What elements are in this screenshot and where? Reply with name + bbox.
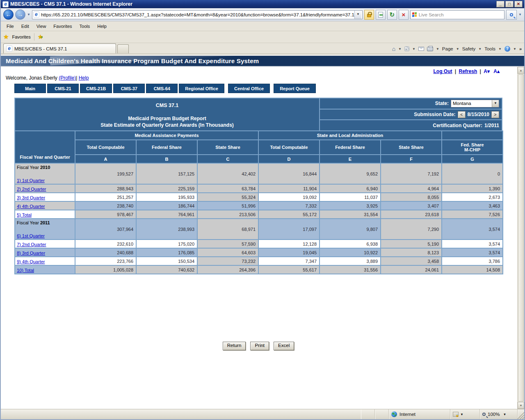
safety-dropdown-icon[interactable]: ▼ bbox=[478, 47, 482, 51]
page-menu-button[interactable]: Page bbox=[442, 46, 453, 51]
quarter-link[interactable]: 10) Total bbox=[17, 268, 34, 273]
col-header-state-share-c: State Share bbox=[197, 140, 258, 155]
compatibility-view-button[interactable] bbox=[376, 10, 386, 20]
security-lock-button[interactable] bbox=[364, 10, 374, 20]
help-link[interactable]: Help bbox=[79, 75, 89, 81]
tab-main[interactable]: Main bbox=[14, 84, 46, 93]
font-smaller-button[interactable]: A▾ bbox=[484, 68, 490, 74]
menu-favorites[interactable]: Favorites bbox=[50, 23, 75, 30]
quarter-link[interactable]: 2) 2nd Quarter bbox=[17, 187, 46, 192]
col-header-federal-share-b: Federal Share bbox=[136, 140, 197, 155]
group-header-medical-assistance: Medical Assistance Payments bbox=[75, 131, 258, 140]
menu-help[interactable]: Help bbox=[94, 23, 110, 30]
new-tab-button[interactable] bbox=[117, 44, 129, 53]
quarter-link[interactable]: 8) 3rd Quarter bbox=[17, 251, 45, 256]
value-cell-A: 199,527 bbox=[75, 163, 136, 184]
quarter-link[interactable]: 7) 2nd Quarter bbox=[17, 242, 46, 247]
menu-file[interactable]: File bbox=[3, 23, 17, 30]
more-commands-chevron[interactable]: » bbox=[519, 46, 522, 51]
fiscal-year-quarter-header: Fiscal Year and Quarter bbox=[15, 131, 75, 163]
mail-icon[interactable] bbox=[418, 47, 424, 51]
resize-grip[interactable] bbox=[518, 409, 524, 419]
quarter-link[interactable]: 4) 4th Quarter bbox=[17, 204, 45, 209]
safety-menu-button[interactable]: Safety bbox=[462, 46, 476, 51]
tab-cms-64[interactable]: CMS-64 bbox=[146, 84, 178, 93]
print-dropdown-icon[interactable]: ▼ bbox=[436, 47, 439, 51]
excel-button[interactable]: Excel bbox=[274, 342, 294, 350]
window-title: MBES/CBES - CMS 37.1 - Windows Internet … bbox=[10, 1, 496, 7]
value-cell-E: 6,938 bbox=[320, 240, 381, 248]
address-input[interactable]: e https://65.220.21.10/MBESCBES/CMS37/CM… bbox=[32, 10, 363, 19]
font-larger-button[interactable]: A▴ bbox=[493, 68, 500, 74]
tab-cms-21b[interactable]: CMS-21B bbox=[80, 84, 112, 93]
refresh-link[interactable]: Refresh bbox=[459, 68, 477, 74]
tab-central-office[interactable]: Central Office bbox=[228, 84, 270, 93]
help-dropdown-icon[interactable]: ▼ bbox=[513, 47, 516, 51]
submission-prev-button[interactable]: < bbox=[458, 111, 466, 118]
return-button[interactable]: Return bbox=[223, 342, 246, 350]
quarter-link[interactable]: 1) 1st Quarter bbox=[17, 178, 45, 183]
help-icon[interactable]: ? bbox=[504, 46, 510, 52]
menu-tools[interactable]: Tools bbox=[76, 23, 94, 30]
add-favorite-icon[interactable]: ★ bbox=[38, 33, 43, 41]
row-label-cell: 7) 2nd Quarter bbox=[15, 240, 75, 248]
chevron-down-icon[interactable]: ▼ bbox=[492, 100, 499, 107]
tools-dropdown-icon[interactable]: ▼ bbox=[498, 47, 502, 51]
refresh-icon: ↻ bbox=[390, 11, 395, 18]
refresh-button[interactable]: ↻ bbox=[387, 10, 397, 20]
value-cell-B: 740,632 bbox=[136, 265, 197, 274]
minimize-button[interactable]: _ bbox=[496, 1, 504, 7]
tab-cms-37[interactable]: CMS-37 bbox=[113, 84, 145, 93]
value-cell-C: 264,396 bbox=[197, 265, 258, 274]
zoom-dropdown-icon[interactable]: ▼ bbox=[503, 413, 506, 416]
rss-feed-icon[interactable] bbox=[404, 46, 409, 51]
page-dropdown-icon[interactable]: ▼ bbox=[456, 47, 459, 51]
scrollbar-thumb[interactable] bbox=[518, 74, 524, 402]
quarter-link[interactable]: 3) 3rd Quarter bbox=[17, 195, 45, 200]
quarter-link[interactable]: 5) Total bbox=[17, 212, 32, 217]
submission-next-button[interactable]: > bbox=[491, 111, 499, 118]
history-dropdown-icon[interactable]: ▼ bbox=[27, 13, 30, 16]
value-cell-E: 31,556 bbox=[320, 265, 381, 274]
search-options-dropdown-icon[interactable]: ▼ bbox=[518, 13, 522, 16]
search-go-button[interactable] bbox=[506, 10, 517, 20]
logout-link[interactable]: Log Out bbox=[434, 68, 452, 74]
print-icon[interactable] bbox=[427, 47, 433, 51]
form-number: CMS 37.1 bbox=[15, 103, 319, 108]
address-dropdown-button[interactable]: ▼ bbox=[354, 11, 361, 19]
protected-mode-segment[interactable]: ▼ bbox=[450, 409, 480, 419]
print-button[interactable]: Print bbox=[250, 342, 269, 350]
scroll-up-button[interactable]: ▲ bbox=[518, 67, 524, 74]
scroll-down-button[interactable]: ▼ bbox=[518, 402, 524, 409]
quarter-link[interactable]: 9) 4th Quarter bbox=[17, 259, 45, 264]
forward-button[interactable]: → bbox=[15, 9, 25, 20]
quarter-link[interactable]: 6) 1st Quarter bbox=[17, 233, 45, 238]
vertical-scrollbar[interactable]: ▲ ▼ bbox=[517, 67, 524, 409]
value-cell-E: 31,554 bbox=[320, 210, 381, 219]
menu-view[interactable]: View bbox=[33, 23, 50, 30]
home-icon[interactable]: ⌂ bbox=[392, 46, 395, 52]
tab-cms-21[interactable]: CMS-21 bbox=[47, 84, 79, 93]
fiscal-year-label: Fiscal Year 2011 bbox=[17, 220, 50, 225]
maximize-button[interactable]: □ bbox=[505, 1, 514, 7]
home-dropdown-icon[interactable]: ▼ bbox=[398, 47, 402, 51]
state-select[interactable]: Montana ▼ bbox=[451, 100, 499, 107]
close-button[interactable]: ✕ bbox=[514, 1, 523, 7]
rss-dropdown-icon[interactable]: ▼ bbox=[412, 47, 415, 51]
zoom-level: 100% bbox=[488, 412, 500, 417]
tab-report-queue[interactable]: Report Queue bbox=[274, 84, 316, 93]
zoom-segment[interactable]: 100% ▼ bbox=[480, 409, 518, 419]
menu-edit[interactable]: Edit bbox=[18, 23, 32, 30]
tools-menu-button[interactable]: Tools bbox=[484, 46, 495, 51]
profile-link[interactable]: (Profile) bbox=[59, 75, 76, 81]
table-row: 2) 2nd Quarter288,943225,15963,78411,904… bbox=[15, 184, 503, 193]
browser-tab-active[interactable]: e MBES/CBES - CMS 37.1 bbox=[3, 43, 116, 53]
tab-regional-office[interactable]: Regional Office bbox=[179, 84, 224, 93]
value-cell-G: 3,786 bbox=[442, 257, 503, 265]
search-input[interactable]: Live Search bbox=[410, 10, 504, 19]
col-letter-a: A bbox=[75, 155, 136, 163]
favorites-button[interactable]: Favorites bbox=[12, 34, 30, 39]
stop-button[interactable]: × bbox=[399, 10, 409, 20]
protected-mode-dropdown-icon[interactable]: ▼ bbox=[460, 413, 463, 416]
back-button[interactable]: ← bbox=[3, 9, 14, 20]
